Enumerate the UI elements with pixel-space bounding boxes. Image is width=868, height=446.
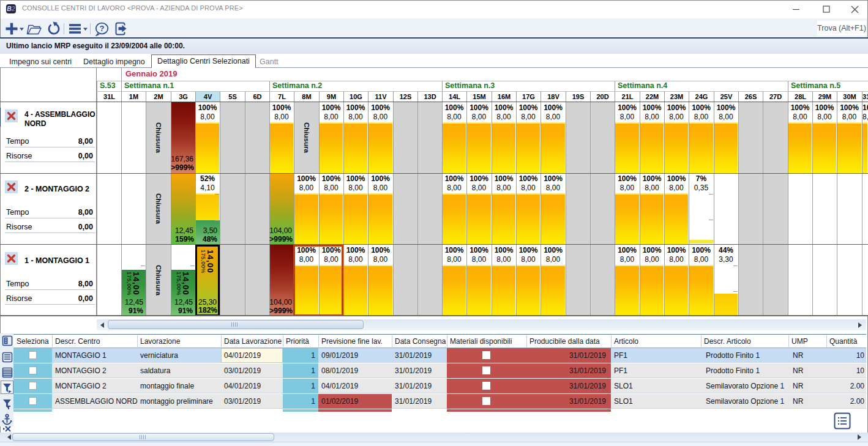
svg-text:?: ? (100, 24, 105, 33)
